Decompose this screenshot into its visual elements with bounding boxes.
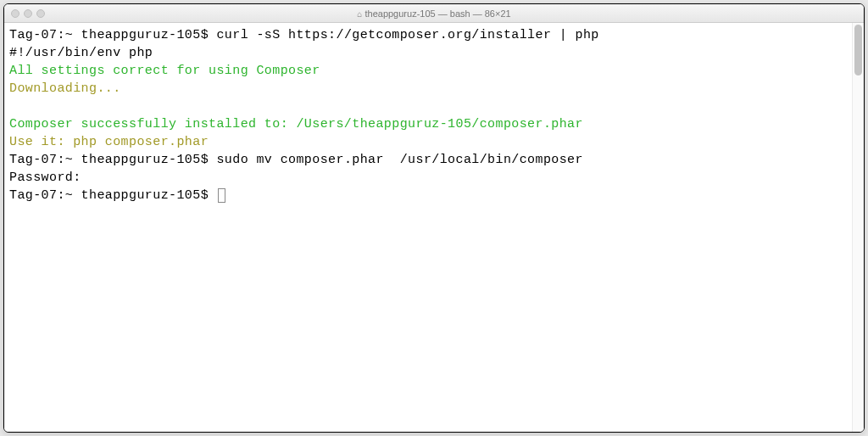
scrollbar-thumb[interactable] [854, 25, 862, 75]
terminal-line: Password: [9, 169, 859, 187]
terminal-line: Tag-07:~ theappguruz-105$ sudo mv compos… [9, 151, 859, 169]
terminal-content[interactable]: Tag-07:~ theappguruz-105$ curl -sS https… [4, 23, 864, 432]
terminal-line: Downloading... [9, 80, 859, 98]
terminal-window: ⌂ theappguruz-105 — bash — 86×21 Tag-07:… [3, 3, 865, 433]
shell-command: sudo mv composer.phar /usr/local/bin/com… [216, 153, 582, 167]
home-icon: ⌂ [357, 9, 362, 19]
shell-prompt: Tag-07:~ theappguruz-105$ [9, 153, 216, 167]
terminal-line [9, 98, 859, 115]
window-titlebar: ⌂ theappguruz-105 — bash — 86×21 [4, 4, 864, 23]
shell-prompt: Tag-07:~ theappguruz-105$ [9, 28, 216, 42]
terminal-line: All settings correct for using Composer [9, 62, 859, 80]
zoom-button[interactable] [36, 9, 45, 18]
cursor [218, 188, 225, 203]
window-title-text: theappguruz-105 — bash — 86×21 [364, 8, 510, 19]
terminal-line: Use it: php composer.phar [9, 133, 859, 151]
resize-icon [851, 8, 861, 18]
terminal-line: #!/usr/bin/env php [9, 44, 859, 62]
minimize-button[interactable] [24, 9, 32, 18]
terminal-line: Tag-07:~ theappguruz-105$ [9, 187, 859, 204]
shell-prompt: Tag-07:~ theappguruz-105$ [9, 188, 216, 203]
terminal-line: Composer successfully installed to: /Use… [9, 115, 859, 133]
shell-command: curl -sS https://getcomposer.org/install… [216, 28, 598, 42]
terminal-line: Tag-07:~ theappguruz-105$ curl -sS https… [9, 26, 859, 44]
window-title: ⌂ theappguruz-105 — bash — 86×21 [4, 8, 864, 19]
traffic-lights [4, 9, 45, 18]
close-button[interactable] [11, 9, 19, 18]
scrollbar-track[interactable] [852, 23, 864, 432]
